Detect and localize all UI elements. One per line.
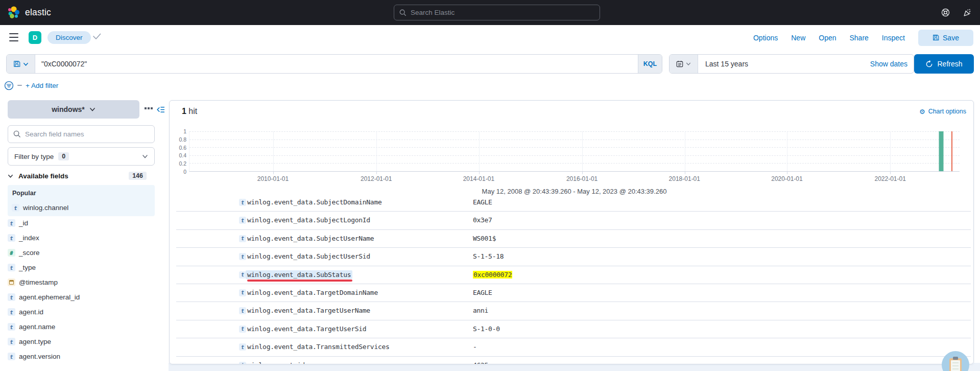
field-name: _index bbox=[19, 234, 39, 242]
doc-field-name: winlog.event_data.SubjectDomainName bbox=[247, 198, 381, 206]
field-list-item[interactable]: tagent.type bbox=[8, 334, 161, 349]
saved-query-icon bbox=[13, 60, 20, 67]
field-search[interactable] bbox=[8, 125, 155, 143]
chevron-down-icon bbox=[142, 153, 148, 159]
doc-field-name: winlog.event_data.SubjectLogonId bbox=[247, 216, 370, 224]
y-axis-tick-label: 0.8 bbox=[170, 136, 186, 143]
toolbar-link-inspect[interactable]: Inspect bbox=[882, 34, 905, 42]
doc-field-value: EAGLE bbox=[473, 289, 492, 296]
global-search[interactable] bbox=[394, 5, 600, 20]
field-list-item[interactable]: t_id bbox=[8, 216, 161, 230]
chevron-down-icon bbox=[89, 106, 95, 112]
y-grid-line bbox=[189, 140, 960, 140]
time-range-value[interactable]: Last 15 years bbox=[698, 60, 748, 68]
filter-set-icon[interactable] bbox=[4, 81, 14, 90]
toolbar-links: OptionsNewOpenShareInspect bbox=[753, 34, 905, 42]
x-axis-tick bbox=[273, 172, 274, 174]
current-time-marker bbox=[951, 131, 952, 171]
field-list-item[interactable]: twinlog.channel bbox=[12, 200, 151, 215]
popular-field-list: twinlog.channel bbox=[12, 200, 151, 215]
table-row: twinlog.event_data.SubjectDomainNameEAGL… bbox=[176, 194, 971, 212]
hits-number: 1 bbox=[182, 107, 186, 115]
elastic-logo[interactable]: elastic bbox=[7, 6, 51, 19]
doc-field-name: winlog.event_data.TargetUserSid bbox=[247, 325, 366, 333]
y-axis-labels: 10.80.60.40.20 bbox=[170, 131, 186, 172]
save-button[interactable]: Save bbox=[918, 30, 973, 46]
field-settings-icon[interactable] bbox=[145, 107, 153, 109]
filter-by-type[interactable]: Filter by type 0 bbox=[8, 147, 155, 166]
x-grid-line bbox=[479, 131, 480, 171]
date-picker: Last 15 years Show dates bbox=[669, 54, 914, 74]
text-token-icon: t bbox=[239, 271, 246, 279]
hits-label: hit bbox=[188, 107, 197, 115]
field-list-item[interactable]: t_type bbox=[8, 260, 161, 275]
chevron-down-icon bbox=[8, 173, 13, 179]
chart-options-button[interactable]: ⚙ Chart options bbox=[919, 108, 966, 115]
refresh-icon bbox=[925, 60, 933, 68]
date-quick-menu-button[interactable] bbox=[670, 55, 698, 73]
available-fields-count: 146 bbox=[129, 172, 147, 180]
field-list-item[interactable]: tagent.version bbox=[8, 349, 161, 364]
field-list-item[interactable]: #_score bbox=[8, 245, 161, 260]
text-token-icon: t bbox=[12, 204, 19, 212]
x-axis-tick-label: 2016-01-01 bbox=[566, 175, 597, 182]
x-axis-tick bbox=[890, 172, 891, 174]
x-axis-tick-label: 2010-01-01 bbox=[257, 175, 289, 182]
field-search-input[interactable] bbox=[25, 130, 149, 138]
chevron-down-icon bbox=[686, 61, 691, 66]
save-button-label: Save bbox=[943, 34, 959, 42]
toolbar-link-open[interactable]: Open bbox=[819, 34, 836, 42]
refresh-button[interactable]: Refresh bbox=[914, 54, 974, 74]
text-token-icon: t bbox=[8, 308, 15, 316]
newsfeed-icon[interactable] bbox=[963, 8, 972, 17]
toolbar-link-share[interactable]: Share bbox=[850, 34, 869, 42]
field-list-item[interactable]: tagent.id bbox=[8, 305, 161, 319]
y-grid-line bbox=[189, 131, 960, 132]
x-axis-tick bbox=[685, 172, 685, 174]
doc-field-value: anni bbox=[473, 307, 488, 314]
available-fields-header[interactable]: Available fields 146 bbox=[8, 170, 161, 181]
popular-fields-section: Popular twinlog.channel bbox=[8, 185, 155, 216]
filter-bar: + Add filter bbox=[4, 79, 58, 91]
field-list-item[interactable]: tagent.name bbox=[8, 319, 161, 334]
data-view-selector[interactable]: windows* bbox=[8, 100, 139, 119]
collapse-sidebar-icon[interactable] bbox=[156, 105, 165, 114]
field-list-item[interactable]: t_index bbox=[8, 230, 161, 245]
search-icon bbox=[399, 9, 407, 16]
doc-field-value: 0x3e7 bbox=[473, 216, 492, 224]
help-icon[interactable] bbox=[941, 8, 950, 17]
y-axis-tick-label: 0 bbox=[170, 169, 186, 175]
y-axis-tick-label: 1 bbox=[170, 128, 186, 134]
chart-plot bbox=[189, 131, 960, 172]
breadcrumb-discover[interactable]: Discover bbox=[47, 31, 91, 44]
y-axis-tick-label: 0.2 bbox=[170, 160, 186, 167]
query-language-button[interactable]: KQL bbox=[638, 55, 662, 73]
histogram-bar[interactable] bbox=[939, 131, 943, 171]
toolbar-link-options[interactable]: Options bbox=[753, 34, 778, 42]
hits-count: 1 hit bbox=[182, 107, 197, 116]
y-grid-line bbox=[189, 147, 960, 148]
menu-icon[interactable] bbox=[9, 33, 18, 41]
table-row: twinlog.event_data.SubjectUserSidS-1-5-1… bbox=[176, 248, 971, 266]
query-bar: KQL Last 15 years Show dates Refresh bbox=[6, 54, 974, 74]
global-search-input[interactable] bbox=[411, 9, 594, 16]
app-badge[interactable]: D bbox=[29, 31, 41, 44]
text-token-icon: t bbox=[8, 338, 15, 345]
y-axis-tick-label: 0.4 bbox=[170, 152, 186, 158]
doc-field-value: S-1-5-18 bbox=[473, 252, 504, 260]
chart-options-label: Chart options bbox=[928, 108, 966, 115]
field-name: agent.id bbox=[19, 308, 43, 316]
saved-query-menu-button[interactable] bbox=[7, 55, 35, 73]
field-list-item[interactable]: tagent.ephemeral_id bbox=[8, 290, 161, 305]
x-grid-line bbox=[376, 131, 377, 171]
query-input[interactable] bbox=[35, 55, 638, 73]
show-dates-button[interactable]: Show dates bbox=[870, 60, 914, 68]
toolbar-link-new[interactable]: New bbox=[791, 34, 805, 42]
doc-field-name: winlog.event_data.TransmittedServices bbox=[247, 343, 390, 351]
field-name: agent.ephemeral_id bbox=[19, 293, 80, 301]
clipboard-icon bbox=[949, 358, 962, 371]
add-filter-button[interactable]: + Add filter bbox=[26, 82, 58, 89]
doc-field-value: EAGLE bbox=[473, 198, 492, 206]
filter-type-count-badge: 0 bbox=[58, 152, 69, 160]
field-list-item[interactable]: @timestamp bbox=[8, 275, 161, 290]
